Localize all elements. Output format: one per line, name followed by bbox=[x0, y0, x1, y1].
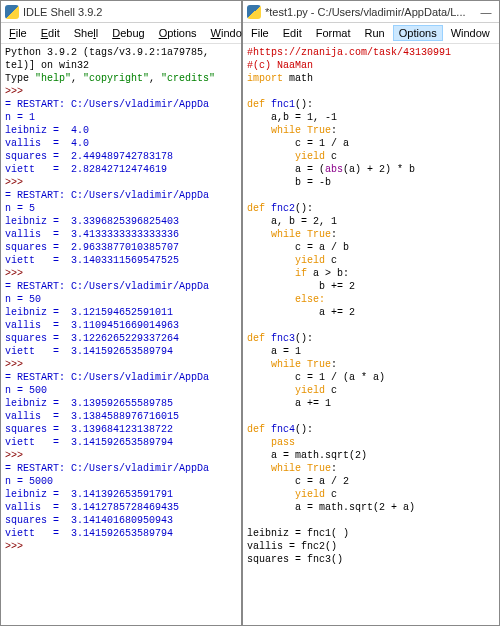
editor-code[interactable]: #https://znanija.com/task/43130991 #(c) … bbox=[243, 44, 499, 625]
minimize-button[interactable]: — bbox=[477, 6, 495, 18]
python-icon bbox=[247, 5, 261, 19]
editor-titlebar: *test1.py - C:/Users/vladimir/AppData/L.… bbox=[243, 1, 499, 23]
menu-format[interactable]: Format bbox=[310, 25, 357, 41]
menu-shell[interactable]: Shell bbox=[68, 25, 104, 41]
idle-shell-window: IDLE Shell 3.9.2 File Edit Shell Debug O… bbox=[0, 0, 242, 626]
python-icon bbox=[5, 5, 19, 19]
menu-file[interactable]: File bbox=[3, 25, 33, 41]
editor-window: *test1.py - C:/Users/vladimir/AppData/L.… bbox=[242, 0, 500, 626]
menu-file[interactable]: File bbox=[245, 25, 275, 41]
shell-output[interactable]: Python 3.9.2 (tags/v3.9.2:1a79785, tel)]… bbox=[1, 44, 241, 625]
menu-options[interactable]: Options bbox=[393, 25, 443, 41]
menu-edit[interactable]: Edit bbox=[277, 25, 308, 41]
menu-window[interactable]: Window bbox=[445, 25, 496, 41]
editor-menubar: File Edit Format Run Options Window Hel bbox=[243, 23, 499, 44]
menu-edit[interactable]: Edit bbox=[35, 25, 66, 41]
menu-options[interactable]: Options bbox=[153, 25, 203, 41]
shell-menubar: File Edit Shell Debug Options Window bbox=[1, 23, 241, 44]
editor-title: *test1.py - C:/Users/vladimir/AppData/L.… bbox=[265, 6, 477, 18]
menu-run[interactable]: Run bbox=[359, 25, 391, 41]
menu-debug[interactable]: Debug bbox=[106, 25, 150, 41]
shell-title: IDLE Shell 3.9.2 bbox=[23, 6, 237, 18]
shell-titlebar: IDLE Shell 3.9.2 bbox=[1, 1, 241, 23]
